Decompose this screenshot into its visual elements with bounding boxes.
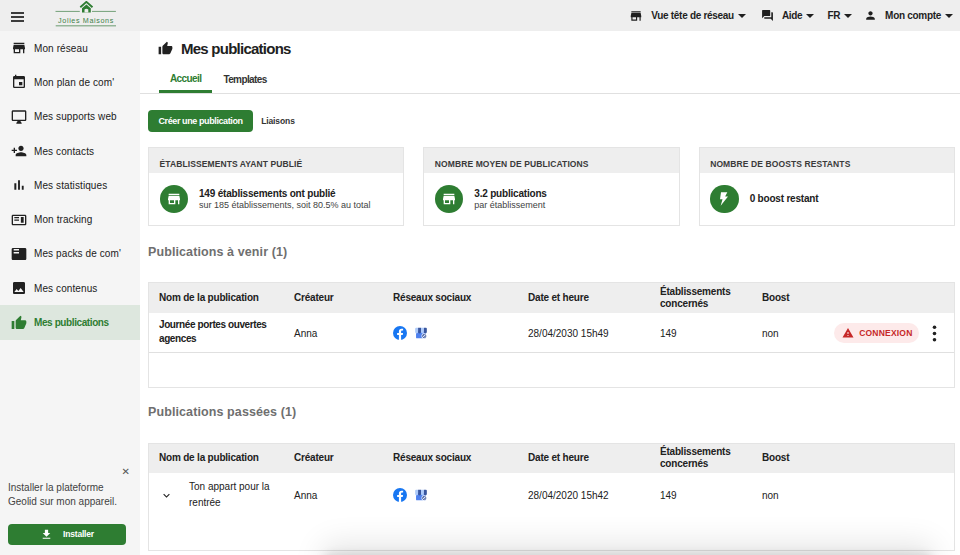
svg-text:Jolies Maisons: Jolies Maisons (58, 16, 114, 25)
